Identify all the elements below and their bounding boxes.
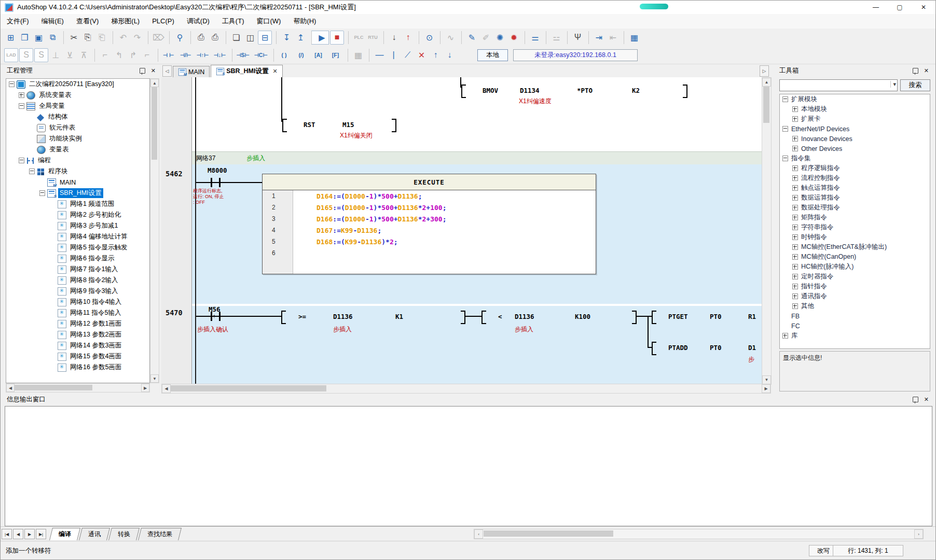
sfc-step-alt-icon[interactable]: S <box>34 48 48 62</box>
find-icon[interactable]: ⚲ <box>169 31 186 44</box>
tree-item[interactable]: 网络7 指令1输入 <box>6 264 149 275</box>
project-tree-hscrollbar[interactable]: ◀ ▶ <box>6 383 150 393</box>
tree-expander-icon[interactable] <box>792 234 798 240</box>
sfc-step-icon[interactable]: S <box>19 48 33 62</box>
toolbox-item[interactable]: MC轴控(CanOpen) <box>780 252 930 262</box>
lad-view-icon[interactable]: LAD <box>4 48 18 62</box>
output-text-area[interactable] <box>5 406 932 526</box>
tree-expander-icon[interactable] <box>782 156 788 161</box>
tree-expander-icon[interactable] <box>792 205 798 211</box>
undo-icon[interactable]: ↶ <box>113 31 130 44</box>
device-monitor-table-icon[interactable]: ▦ <box>624 31 641 44</box>
tree-item[interactable]: 网络5 指令显示触发 <box>6 242 149 253</box>
tree-item[interactable]: 网络9 指令3输入 <box>6 286 149 297</box>
contact-bar[interactable] <box>211 312 212 321</box>
split-window-icon[interactable]: ⊟ <box>258 31 272 45</box>
toolbox-item[interactable]: HC轴控(脉冲输入) <box>780 262 930 272</box>
stop-icon[interactable]: ■ <box>330 31 344 45</box>
operand[interactable]: *PTO <box>577 87 593 94</box>
copy-icon[interactable]: ⎘ <box>81 31 94 44</box>
toolbox-item[interactable]: EtherNet/IP Devices <box>780 124 930 134</box>
output-tab[interactable]: 编译 <box>49 528 80 540</box>
pin-icon[interactable] <box>140 68 145 74</box>
search-button[interactable]: 搜索 <box>900 79 930 91</box>
menu-item[interactable]: 编辑(E) <box>35 14 70 29</box>
contact-bar[interactable] <box>219 178 221 187</box>
tree-expander-icon[interactable] <box>792 254 798 260</box>
toolbox-item[interactable]: 时钟指令 <box>780 232 930 242</box>
compare-op[interactable]: < <box>498 313 502 320</box>
menu-item[interactable]: 调试(D) <box>181 14 216 29</box>
menu-item[interactable]: 窗口(W) <box>250 14 287 29</box>
plc-mode-icon[interactable]: PLC <box>348 31 365 44</box>
tree-item[interactable]: MAIN <box>6 177 149 188</box>
tree-item[interactable]: 变量表 <box>6 144 149 155</box>
operand[interactable]: M15 <box>342 121 354 129</box>
menu-item[interactable]: 梯形图(L) <box>105 14 146 29</box>
contact-open-icon[interactable]: ⊣ ⊢ <box>158 49 176 62</box>
contact-falling-icon[interactable]: ⊣↓⊢ <box>212 49 228 62</box>
toolbox-item[interactable]: 触点运算指令 <box>780 183 930 193</box>
nav-first-icon[interactable]: |◀ <box>2 529 12 539</box>
operand[interactable]: D1136 <box>515 313 534 320</box>
contact-bar[interactable] <box>211 178 212 187</box>
tree-expander-icon[interactable] <box>792 165 798 171</box>
operand[interactable]: K100 <box>575 313 590 320</box>
tree-item[interactable]: 网络10 指令4输入 <box>6 297 149 307</box>
branch-right-icon[interactable]: ⌐ <box>94 49 112 62</box>
redo-icon[interactable]: ↷ <box>131 31 144 44</box>
code-line[interactable]: 6 <box>263 247 596 259</box>
jump-into-icon[interactable]: ⇥ <box>588 31 605 44</box>
align-horizontal-icon[interactable]: ⚌ <box>525 31 542 44</box>
toolbox-item[interactable]: 矩阵指令 <box>780 213 930 222</box>
instruction-op[interactable]: PTADD <box>668 344 688 352</box>
tree-expander-icon[interactable] <box>792 284 798 289</box>
nav-last-icon[interactable]: ▶| <box>36 529 46 539</box>
output-tab[interactable]: 转换 <box>108 528 140 540</box>
upload-from-plc-icon[interactable]: ↑ <box>402 31 415 44</box>
menu-item[interactable]: 查看(V) <box>70 14 105 29</box>
pin-icon[interactable] <box>913 68 918 74</box>
branch-down-icon[interactable]: ↱ <box>127 49 140 62</box>
contact-set-icon[interactable]: ⊣S⊢ <box>232 49 251 62</box>
contact-bar[interactable] <box>219 312 221 321</box>
code-line[interactable]: 3D166:=(D1000-1)*500+D1136*2+300; <box>263 213 596 225</box>
save-all-icon[interactable]: ⧉ <box>46 31 59 44</box>
tree-item[interactable]: 全局变量 <box>6 101 149 111</box>
tree-item[interactable]: 网络6 指令显示 <box>6 253 149 264</box>
tree-item[interactable]: 网络4 偏移地址计算 <box>6 231 149 242</box>
jump-out-icon[interactable]: ⇤ <box>607 31 620 44</box>
cut-icon[interactable]: ✂ <box>63 31 80 44</box>
coil-ground-icon[interactable]: ⊥ <box>49 49 62 62</box>
toolbox-item[interactable]: 指令集 <box>780 153 930 163</box>
export-file-icon[interactable]: ↥ <box>294 31 307 44</box>
code-line[interactable]: 5D168:=(K99-D1136)*2; <box>263 236 596 247</box>
tree-item[interactable]: 网络2 步号初始化 <box>6 209 149 220</box>
tree-expander-icon[interactable] <box>792 185 798 191</box>
code-line[interactable]: 4D167:=K99-D1136; <box>263 225 596 236</box>
code-line[interactable]: 1D164:=(D1000-1)*500+D1136; <box>263 190 596 202</box>
delete-node-icon[interactable]: ✕ <box>415 49 428 62</box>
coil-func-icon[interactable]: [F] <box>327 49 343 62</box>
save-icon[interactable]: ▣ <box>32 31 45 44</box>
tree-expander-icon[interactable] <box>792 195 798 201</box>
operand[interactable]: PT0 <box>710 313 722 320</box>
output-tab[interactable]: 通讯 <box>79 528 110 540</box>
move-up-icon[interactable]: ↑ <box>429 49 442 62</box>
tab-scroll-right-icon[interactable]: ▷ <box>760 65 769 77</box>
align-disabled-icon[interactable]: ⚍ <box>546 31 563 44</box>
move-down-icon[interactable]: ↓ <box>443 49 456 62</box>
menu-item[interactable]: 工具(T) <box>216 14 251 29</box>
clear-program-icon[interactable]: ✹ <box>507 31 520 44</box>
tree-item[interactable]: 网络1 频道范围 <box>6 199 149 209</box>
coil-not-icon[interactable]: (/) <box>293 49 309 62</box>
operand[interactable]: PT0 <box>710 344 722 352</box>
tree-expander-icon[interactable] <box>792 116 798 122</box>
contact-rising-icon[interactable]: ⊣↑⊢ <box>195 49 211 62</box>
tree-item[interactable]: 网络15 参数4画面 <box>6 351 149 362</box>
coil-output-icon[interactable]: ( ) <box>273 49 292 62</box>
tree-item[interactable]: 网络8 指令2输入 <box>6 275 149 286</box>
rtu-mode-icon[interactable]: RTU <box>366 31 379 44</box>
maximize-button[interactable]: ▢ <box>888 1 912 14</box>
instruction-op[interactable]: RST <box>304 121 315 129</box>
